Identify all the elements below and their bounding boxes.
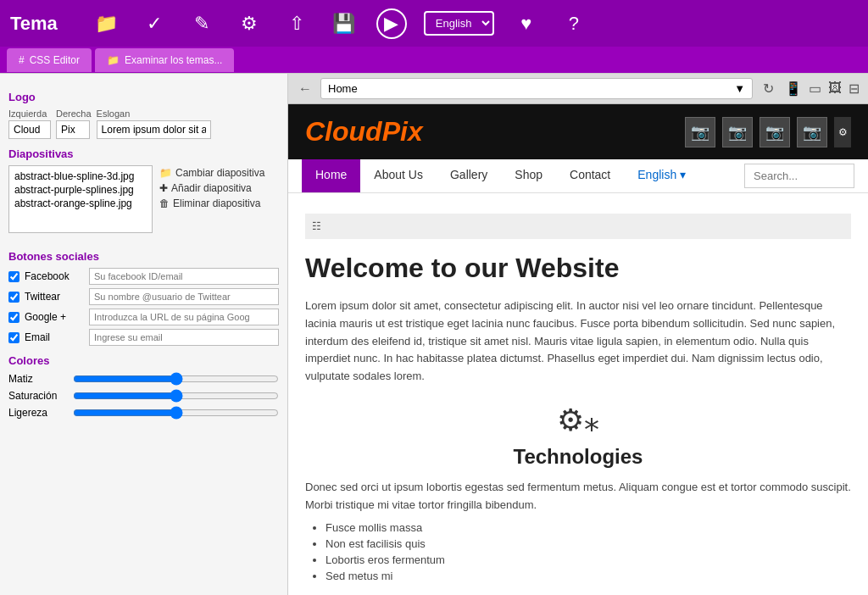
gear-icon[interactable]: ⚙ [234, 8, 264, 39]
url-dropdown-icon[interactable]: ▼ [734, 82, 745, 95]
site-search-input[interactable] [744, 164, 854, 188]
site-logo: CloudPix [305, 116, 423, 147]
email-checkbox[interactable] [8, 332, 19, 343]
colors-section-title: Colores [8, 354, 279, 367]
language-select[interactable]: English [424, 11, 494, 36]
logo-right-input[interactable] [56, 120, 90, 139]
main-layout: Logo Izquierda Derecha Eslogan Diapositi… [0, 74, 868, 595]
tab-css-editor-label: CSS Editor [30, 54, 80, 66]
url-text: Home [328, 82, 358, 95]
breadcrumb-icon: ☷ [312, 220, 321, 232]
logo-left-col: Izquierda [8, 108, 51, 139]
facebook-label: Facebook [25, 270, 84, 282]
logo-section-title: Logo [8, 91, 279, 103]
social-icon-4[interactable]: 📷 [797, 117, 827, 147]
twitter-input[interactable] [89, 288, 279, 305]
header-settings-icon[interactable]: ⚙ [834, 117, 851, 147]
play-icon[interactable]: ▶ [376, 8, 407, 39]
desktop-view-icon[interactable]: 🖼 [826, 79, 843, 98]
nav-gallery[interactable]: Gallery [437, 159, 501, 192]
matiz-label: Matiz [8, 373, 68, 385]
anadir-icon: ✚ [159, 182, 168, 194]
browser-bar: ← Home ▼ ↻ 📱 ▭ 🖼 ⊟ [288, 74, 868, 104]
social-facebook-row: Facebook [8, 268, 279, 285]
view-icons: 📱 ▭ 🖼 ⊟ [783, 79, 861, 98]
nav-home[interactable]: Home [302, 159, 360, 192]
slideshow-item[interactable]: abstract-blue-spline-3d.jpg [13, 170, 148, 183]
social-email-row: Email [8, 329, 279, 346]
cambiar-diapositiva-button[interactable]: 📁 Cambiar diapositiva [159, 167, 264, 179]
tablet-view-icon[interactable]: ▭ [807, 79, 823, 98]
technologies-gear-icon: ⚙⁎ [305, 403, 851, 438]
logo-slogan-input[interactable] [97, 120, 211, 139]
nav-lang[interactable]: English ▾ [624, 159, 699, 192]
nav-contact[interactable]: Contact [556, 159, 624, 192]
social-icon-1[interactable]: 📷 [685, 117, 715, 147]
ligereza-label: Ligereza [8, 407, 68, 419]
folder-icon[interactable]: 📁 [92, 8, 122, 39]
logo-left-label: Izquierda [8, 108, 51, 119]
twitter-label: Twittear [25, 291, 84, 303]
logo-slogan-label: Eslogan [97, 108, 211, 119]
left-panel: Logo Izquierda Derecha Eslogan Diapositi… [0, 74, 288, 595]
nav-about[interactable]: About Us [360, 159, 437, 192]
social-twitter-row: Twittear [8, 288, 279, 305]
anadir-diapositiva-button[interactable]: ✚ Añadir diapositiva [159, 182, 264, 194]
upload-icon[interactable]: ⇧ [281, 8, 312, 39]
logo-left-input[interactable] [8, 120, 51, 139]
site-nav: Home About Us Gallery Shop Contact Engli… [288, 159, 868, 193]
twitter-checkbox[interactable] [8, 292, 19, 303]
hero-paragraph: Lorem ipsum dolor sit amet, consectetur … [305, 298, 851, 386]
back-button[interactable]: ← [295, 79, 315, 99]
logo-right-label: Derecha [56, 108, 92, 119]
tab-examinar-temas[interactable]: 📁 Examinar los temas... [95, 48, 234, 72]
url-bar: Home ▼ [320, 78, 753, 99]
tab-css-editor[interactable]: # CSS Editor [7, 48, 92, 72]
slideshow-area: abstract-blue-spline-3d.jpg abstract-pur… [8, 165, 279, 238]
logo-row: Izquierda Derecha Eslogan [8, 108, 279, 139]
social-icon-3[interactable]: 📷 [760, 117, 790, 147]
slideshow-item[interactable]: abstract-orange-spline.jpg [13, 197, 148, 210]
tech-list-item: Sed metus mi [326, 570, 851, 582]
question-icon[interactable]: ? [559, 8, 589, 39]
logo-accent: Pix [382, 116, 423, 147]
googleplus-input[interactable] [89, 309, 279, 325]
site-header-icons: 📷 📷 📷 📷 ⚙ [685, 117, 851, 147]
social-icon-2[interactable]: 📷 [722, 117, 753, 147]
slideshow-item[interactable]: abstract-purple-splines.jpg [13, 183, 148, 197]
logo-right-col: Derecha [56, 108, 92, 139]
website-preview: CloudPix 📷 📷 📷 📷 ⚙ Home About Us Gallery… [288, 104, 868, 595]
matiz-row: Matiz [8, 372, 279, 386]
nav-shop[interactable]: Shop [501, 159, 556, 192]
matiz-slider[interactable] [73, 372, 279, 386]
pencil-icon[interactable]: ✎ [186, 8, 217, 39]
right-panel: ← Home ▼ ↻ 📱 ▭ 🖼 ⊟ CloudPix 📷 [288, 74, 868, 595]
mobile-view-icon[interactable]: 📱 [783, 79, 804, 98]
email-label: Email [25, 331, 84, 343]
tech-paragraph: Donec sed orci ut ipsum lobortis egestas… [305, 479, 851, 514]
refresh-button[interactable]: ↻ [758, 79, 778, 99]
paint-bucket-icon[interactable]: ✓ [139, 8, 170, 39]
app-title: Tema [10, 13, 58, 35]
slideshow-section-title: Diapositivas [8, 147, 279, 160]
disk-icon[interactable]: 💾 [329, 8, 359, 39]
ligereza-slider[interactable] [73, 406, 279, 420]
tech-list-item: Lobortis eros fermentum [326, 553, 851, 566]
slideshow-list[interactable]: abstract-blue-spline-3d.jpg abstract-pur… [8, 165, 153, 233]
cambiar-icon: 📁 [159, 167, 172, 179]
saturacion-row: Saturación [8, 389, 279, 403]
saturacion-slider[interactable] [73, 389, 279, 403]
googleplus-checkbox[interactable] [8, 312, 19, 323]
ligereza-row: Ligereza [8, 406, 279, 420]
tech-list-item: Non est facilisis quis [326, 537, 851, 550]
email-input[interactable] [89, 329, 279, 346]
facebook-checkbox[interactable] [8, 271, 19, 282]
social-section-title: Botones sociales [8, 250, 279, 263]
facebook-input[interactable] [89, 268, 279, 285]
toolbar: Tema 📁 ✓ ✎ ⚙ ⇧ 💾 ▶ English ♥ ? [0, 0, 868, 47]
shield-icon[interactable]: ♥ [511, 8, 542, 39]
eliminar-diapositiva-button[interactable]: 🗑 Eliminar diapositiva [159, 197, 264, 209]
breadcrumb-bar: ☷ [305, 214, 851, 239]
tech-title: Technologies [305, 445, 851, 469]
fullscreen-icon[interactable]: ⊟ [847, 79, 861, 98]
